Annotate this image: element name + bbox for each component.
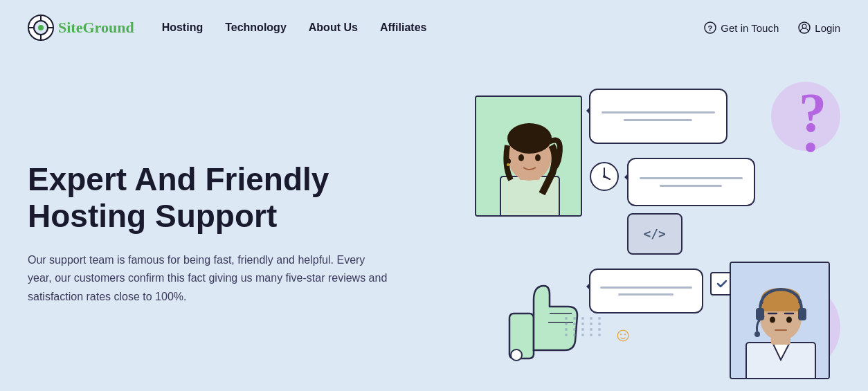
speech-line [602, 111, 715, 113]
svg-point-16 [518, 154, 524, 161]
logo-text: SiteGround [58, 19, 134, 37]
logo[interactable]: SiteGround [28, 15, 134, 41]
speech-line-3a [600, 287, 692, 289]
svg-point-40 [754, 331, 760, 337]
svg-point-23 [603, 175, 606, 178]
nav-right: ? Get in Touch Login [704, 21, 840, 34]
nav-link-about-us[interactable]: About Us [309, 21, 358, 34]
svg-point-17 [535, 154, 541, 161]
speech-line-short [624, 119, 691, 121]
speech-bubble-2 [627, 158, 755, 206]
svg-point-19 [507, 163, 509, 166]
svg-point-34 [786, 316, 792, 322]
speech-bubble-1 [589, 89, 727, 144]
person1-card [475, 96, 582, 217]
svg-point-32 [761, 288, 800, 307]
svg-text:?: ? [708, 24, 713, 33]
nav-link-affiliates[interactable]: Affiliates [380, 21, 427, 34]
svg-point-33 [770, 316, 775, 322]
get-in-touch-button[interactable]: ? Get in Touch [704, 21, 779, 34]
login-button[interactable]: Login [798, 21, 840, 34]
speech-line-2a [640, 177, 743, 179]
speech-bubble-3 [589, 269, 703, 313]
svg-rect-39 [798, 308, 806, 320]
hero-left: Expert And Friendly Hosting Support Our … [28, 161, 475, 306]
hero-illustration: ? </> [475, 82, 840, 386]
clock-icon [589, 161, 620, 192]
hero-title: Expert And Friendly Hosting Support [28, 161, 447, 235]
question-circle-icon: ? [704, 21, 716, 34]
nav-link-technology[interactable]: Technology [225, 21, 287, 34]
smiley-icon: ☺ [613, 324, 633, 346]
man-illustration [731, 263, 830, 379]
nav-links: Hosting Technology About Us Affiliates [162, 21, 705, 34]
question-dot [806, 143, 815, 152]
hero-section: Expert And Friendly Hosting Support Our … [0, 55, 868, 391]
speech-line-2b [660, 185, 721, 187]
user-icon [798, 21, 811, 34]
svg-point-15 [507, 123, 552, 154]
navbar: SiteGround Hosting Technology About Us A… [0, 0, 868, 55]
svg-point-10 [802, 24, 806, 28]
question-mark: ? [799, 85, 826, 140]
speech-line-3b [618, 293, 673, 295]
woman-illustration [476, 97, 582, 217]
dots-decoration [565, 317, 604, 336]
person2-card [730, 262, 830, 379]
hero-description: Our support team is famous for being fas… [28, 251, 388, 306]
svg-point-18 [505, 158, 511, 164]
svg-point-27 [511, 349, 522, 361]
logo-icon [28, 15, 54, 41]
nav-link-hosting[interactable]: Hosting [162, 21, 204, 34]
code-bubble: </> [627, 213, 682, 255]
svg-point-2 [38, 25, 44, 30]
